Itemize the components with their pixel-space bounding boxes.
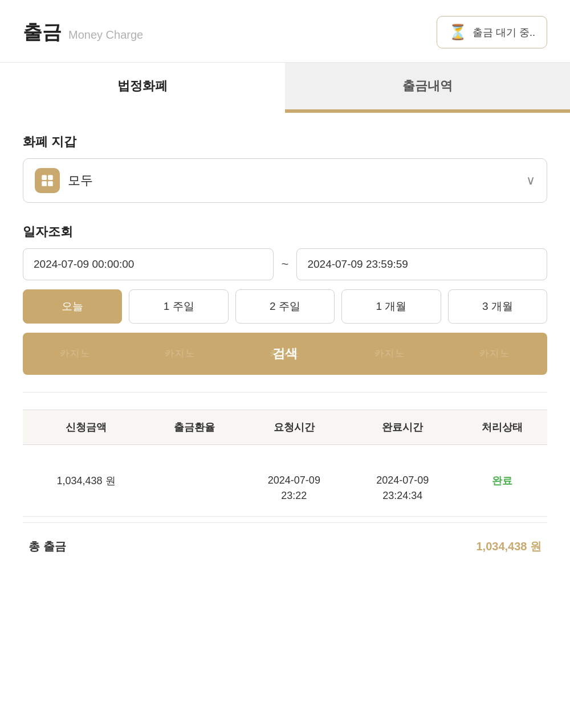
svg-rect-2 (42, 181, 47, 186)
section-divider (23, 392, 547, 392)
period-1month-button[interactable]: 1 개월 (341, 289, 441, 324)
cell-amount: 1,034,438 원 (23, 445, 149, 516)
cell-status: 완료 (457, 445, 547, 516)
footer-total: 총 출금 1,034,438 원 (23, 522, 547, 570)
status-button-label: 출금 대기 중.. (473, 26, 535, 39)
col-header-request-time: 요청시간 (240, 410, 348, 444)
wallet-left: 모두 (35, 168, 93, 193)
period-today-button[interactable]: 오늘 (23, 289, 122, 324)
search-button[interactable]: 카지노 카지노 카지노 카지노 카지노 검색 (23, 333, 547, 375)
table-header: 신청금액 출금환율 요청시간 완료시간 처리상태 (23, 410, 547, 445)
period-2week-button[interactable]: 2 주일 (235, 289, 335, 324)
wallet-icon (35, 168, 60, 193)
page-title-sub: Money Charge (68, 28, 143, 42)
grid-icon (40, 173, 55, 188)
svg-rect-3 (48, 181, 53, 186)
cell-request-time: 2024-07-0923:22 (240, 445, 348, 516)
col-header-status: 처리상태 (457, 410, 547, 444)
tab-bar: 법정화폐 출금내역 (0, 63, 570, 113)
start-date-input[interactable]: 2024-07-09 00:00:00 (23, 248, 274, 280)
cell-complete-time: 2024-07-0923:24:34 (348, 445, 457, 516)
wallet-selector[interactable]: 모두 ∨ (23, 158, 547, 203)
svg-rect-1 (48, 175, 53, 180)
date-section: 일자조회 2024-07-09 00:00:00 ~ 2024-07-09 23… (23, 223, 547, 375)
tab-history[interactable]: 출금내역 (285, 63, 570, 111)
total-value: 1,034,438 원 (476, 539, 542, 554)
date-inputs: 2024-07-09 00:00:00 ~ 2024-07-09 23:59:5… (23, 248, 547, 280)
period-3month-button[interactable]: 3 개월 (448, 289, 547, 324)
chevron-down-icon: ∨ (526, 173, 535, 188)
col-header-exchange: 출금환율 (149, 410, 240, 444)
table-row: 1,034,438 원 2024-07-0923:22 2024-07-0923… (23, 445, 547, 517)
results-table: 신청금액 출금환율 요청시간 완료시간 처리상태 1,034,438 원 202… (23, 410, 547, 517)
period-1week-button[interactable]: 1 주일 (129, 289, 228, 324)
end-date-input[interactable]: 2024-07-09 23:59:59 (296, 248, 547, 280)
cell-exchange-rate (149, 445, 240, 516)
total-label: 총 출금 (28, 539, 66, 554)
svg-rect-0 (42, 175, 47, 180)
header-title-area: 출금 Money Charge (23, 19, 143, 46)
main-content: 화폐 지갑 모두 ∨ 일자조회 2024-07-09 00:00:00 ~ 20… (0, 113, 570, 591)
date-section-label: 일자조회 (23, 223, 547, 240)
status-badge: 완료 (492, 474, 512, 488)
wallet-selected-name: 모두 (68, 172, 93, 189)
search-button-label: 검색 (272, 346, 298, 361)
page-header: 출금 Money Charge ⏳ 출금 대기 중.. (0, 0, 570, 63)
period-buttons: 오늘 1 주일 2 주일 1 개월 3 개월 (23, 289, 547, 324)
col-header-amount: 신청금액 (23, 410, 149, 444)
col-header-complete-time: 완료시간 (348, 410, 457, 444)
page-title-main: 출금 (23, 19, 62, 46)
hourglass-icon: ⏳ (449, 23, 467, 41)
wallet-section-label: 화폐 지갑 (23, 133, 547, 150)
withdrawal-status-button[interactable]: ⏳ 출금 대기 중.. (437, 16, 547, 48)
date-separator: ~ (282, 257, 289, 272)
tab-fiat[interactable]: 법정화폐 (0, 63, 285, 113)
